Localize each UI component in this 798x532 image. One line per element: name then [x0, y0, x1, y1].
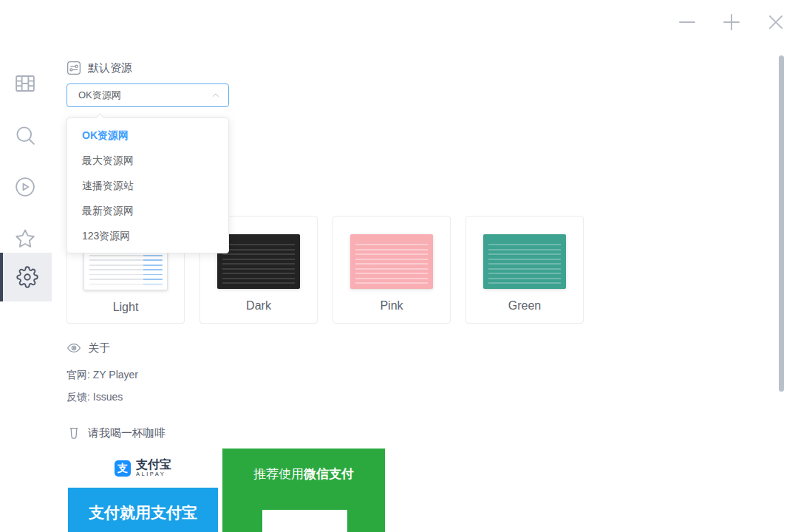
- about-website-line: 官网: ZY Player: [66, 369, 138, 382]
- maximize-button[interactable]: [720, 11, 743, 33]
- dropdown-option[interactable]: 123资源网: [67, 223, 228, 248]
- about-feedback-label: 反馈:: [66, 391, 93, 403]
- default-source-title-text: 默认资源: [88, 61, 132, 75]
- about-website-label: 官网:: [66, 369, 93, 381]
- alipay-logo-cn: 支付宝: [136, 459, 171, 471]
- scrollbar-thumb[interactable]: [779, 55, 784, 392]
- close-button[interactable]: [765, 11, 787, 33]
- theme-card-pink[interactable]: Pink: [332, 216, 451, 324]
- theme-thumbnail-green: [483, 234, 566, 289]
- about-section-title: 关于: [66, 341, 110, 355]
- eye-icon: [66, 341, 81, 355]
- minimize-button[interactable]: [676, 11, 698, 33]
- alipay-logo: 支 支付宝 ALIPAY: [68, 449, 218, 488]
- dropdown-option[interactable]: 最大资源网: [67, 148, 228, 173]
- select-value: OK资源网: [67, 89, 211, 102]
- chevron-up-icon: [211, 90, 221, 100]
- plus-icon: [720, 11, 743, 33]
- settings-page: 默认资源 OK资源网 OK资源网 最大资源网 速播资源站 最新资源网 123资源…: [0, 0, 798, 532]
- alipay-logo-icon: 支: [115, 460, 131, 477]
- theme-card-green[interactable]: Green: [466, 216, 584, 324]
- coffee-cup-icon: [66, 426, 81, 440]
- star-icon: [14, 228, 36, 250]
- about-feedback-link[interactable]: Issues: [93, 391, 123, 403]
- film-icon: [14, 72, 36, 95]
- coffee-title-text: 请我喝一杯咖啡: [88, 426, 166, 440]
- theme-label: Green: [466, 299, 583, 313]
- sidebar-item-films[interactable]: [0, 59, 52, 108]
- wechat-qr-code: [262, 510, 347, 532]
- theme-thumbnail-pink: [350, 234, 433, 289]
- wechat-donation-image: 推荐使用微信支付: [222, 449, 385, 532]
- gear-icon: [16, 266, 38, 288]
- theme-label: Dark: [200, 299, 317, 313]
- dropdown-option[interactable]: 最新资源网: [67, 198, 228, 223]
- theme-label: Pink: [333, 299, 450, 313]
- source-dropdown-panel: OK资源网 最大资源网 速播资源站 最新资源网 123资源网: [66, 117, 229, 253]
- coffee-section-title: 请我喝一杯咖啡: [66, 426, 166, 440]
- sidebar-item-search[interactable]: [0, 111, 52, 160]
- default-source-select[interactable]: OK资源网: [66, 83, 229, 107]
- sidebar-item-settings[interactable]: [0, 253, 52, 301]
- dropdown-option[interactable]: 速播资源站: [67, 173, 228, 198]
- alipay-slogan-band: 支付就用支付宝: [68, 488, 218, 532]
- sliders-icon: [66, 61, 81, 75]
- alipay-slogan-text: 支付就用支付宝: [89, 502, 197, 523]
- sidebar-item-player[interactable]: [0, 163, 52, 211]
- play-circle-icon: [14, 176, 36, 198]
- alipay-logo-en: ALIPAY: [136, 471, 171, 477]
- wechat-text-prefix: 推荐使用: [253, 467, 304, 481]
- wechat-pay-text: 推荐使用微信支付: [253, 466, 354, 482]
- about-feedback-line: 反馈: Issues: [66, 391, 123, 404]
- close-icon: [765, 11, 787, 33]
- minimize-icon: [676, 11, 698, 33]
- default-source-section-title: 默认资源: [66, 61, 132, 75]
- about-title-text: 关于: [88, 341, 110, 355]
- search-icon: [14, 124, 36, 146]
- alipay-donation-image: 支 支付宝 ALIPAY 支付就用支付宝: [68, 449, 218, 532]
- wechat-text-bold: 微信支付: [304, 467, 354, 481]
- alipay-logo-text: 支付宝 ALIPAY: [136, 459, 171, 477]
- theme-label: Light: [67, 301, 184, 314]
- theme-thumbnail-dark: [217, 234, 300, 289]
- about-website-link[interactable]: ZY Player: [93, 369, 138, 381]
- dropdown-option[interactable]: OK资源网: [67, 123, 228, 148]
